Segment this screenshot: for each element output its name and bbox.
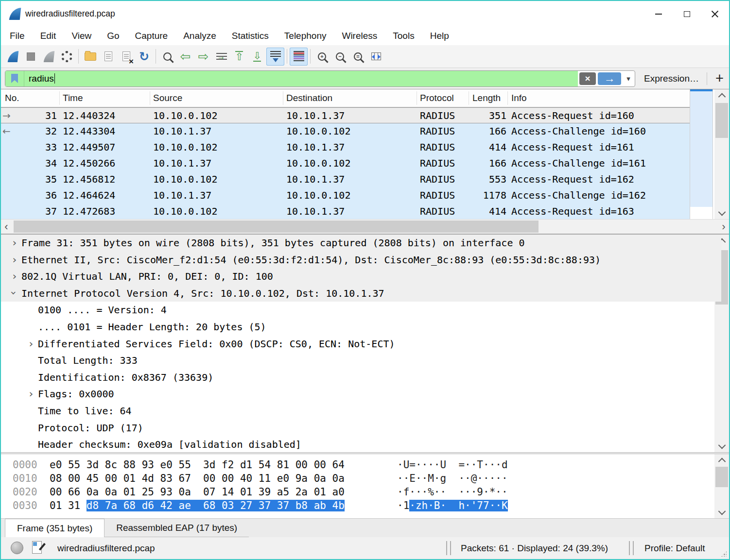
open-file-button[interactable]	[81, 48, 99, 66]
display-filter-input[interactable]: radius	[24, 71, 578, 86]
resize-grip[interactable]	[721, 551, 727, 557]
packet-row[interactable]: 3512.45681210.10.0.10210.10.1.37RADIUS55…	[1, 171, 690, 187]
menu-capture[interactable]: Capture	[127, 27, 176, 45]
scrollbar-thumb[interactable]	[715, 103, 728, 138]
packet-list-vscrollbar[interactable]	[714, 89, 729, 219]
detail-line[interactable]: ›Differentiated Services Field: 0x00 (DS…	[1, 336, 729, 353]
detail-line[interactable]: ›Internet Protocol Version 4, Src: 10.10…	[1, 285, 721, 302]
intelligent-scrollbar-minimap[interactable]	[690, 89, 713, 219]
packet-row[interactable]: 3412.45026610.10.1.3710.10.0.102RADIUS16…	[1, 155, 690, 171]
packet-row[interactable]: ←3212.44330410.10.1.3710.10.0.102RADIUS1…	[1, 123, 690, 139]
capture-comments-icon[interactable]	[32, 541, 42, 554]
menu-view[interactable]: View	[64, 27, 99, 45]
column-header-destination[interactable]: Destination	[286, 89, 332, 107]
detail-line[interactable]: .... 0101 = Header Length: 20 bytes (5)	[1, 319, 729, 336]
find-packet-button[interactable]	[158, 48, 176, 66]
menu-tools[interactable]: Tools	[385, 27, 422, 45]
menu-file[interactable]: File	[2, 27, 33, 45]
column-separator[interactable]	[150, 91, 150, 105]
status-profile[interactable]: Profile: Default	[644, 537, 705, 559]
detail-line[interactable]: Time to live: 64	[1, 403, 729, 420]
zoom-in-button[interactable]: +	[313, 48, 331, 66]
expander-closed-icon[interactable]: ›	[8, 268, 21, 285]
column-separator[interactable]	[417, 91, 417, 105]
colorize-button[interactable]	[290, 48, 308, 66]
go-last-button[interactable]: ⇩	[248, 48, 266, 66]
expander-closed-icon[interactable]: ›	[8, 252, 21, 269]
column-separator[interactable]	[283, 91, 283, 105]
reload-file-button[interactable]: ↻	[135, 48, 153, 66]
column-header-info[interactable]: Info	[511, 89, 527, 107]
expander-closed-icon[interactable]: ›	[24, 336, 38, 353]
scroll-down-button[interactable]	[714, 507, 729, 518]
scroll-left-button[interactable]: ‹	[1, 220, 12, 234]
detail-line[interactable]: ›802.1Q Virtual LAN, PRI: 0, DEI: 0, ID:…	[1, 268, 721, 285]
cell-time: 12.450266	[63, 155, 115, 171]
column-header-source[interactable]: Source	[153, 89, 182, 107]
scroll-up-button[interactable]	[714, 89, 729, 101]
scrollbar-thumb[interactable]	[715, 467, 728, 487]
menu-go[interactable]: Go	[99, 27, 127, 45]
menu-wireless[interactable]: Wireless	[334, 27, 385, 45]
column-header-protocol[interactable]: Protocol	[420, 89, 454, 107]
column-separator[interactable]	[469, 91, 469, 105]
expander-open-icon[interactable]: ›	[5, 286, 22, 300]
column-separator[interactable]	[507, 91, 508, 105]
scrollbar-thumb[interactable]	[14, 221, 539, 233]
start-capture-button[interactable]	[4, 48, 22, 66]
zoom-out-button[interactable]: −	[331, 48, 349, 66]
tab-frame[interactable]: Frame (351 bytes)	[5, 519, 104, 537]
column-header-no[interactable]: No.	[5, 89, 19, 107]
resize-columns-button[interactable]	[367, 48, 385, 66]
restart-capture-button[interactable]	[40, 48, 58, 66]
maximize-button[interactable]	[673, 1, 701, 27]
scroll-up-button[interactable]	[714, 454, 729, 466]
menu-analyze[interactable]: Analyze	[175, 27, 224, 45]
expander-closed-icon[interactable]: ›	[8, 235, 21, 252]
clear-filter-button[interactable]: ×	[579, 72, 596, 85]
minimize-button[interactable]	[644, 1, 673, 27]
scroll-right-button[interactable]: ›	[718, 220, 729, 234]
detail-line[interactable]: ›Ethernet II, Src: CiscoMer_f2:d1:54 (e0…	[1, 252, 721, 269]
go-back-button[interactable]: ⇦	[176, 48, 194, 66]
detail-line[interactable]: Protocol: UDP (17)	[1, 420, 729, 437]
detail-line[interactable]: 0100 .... = Version: 4	[1, 302, 729, 319]
expression-button[interactable]: Expression…	[644, 73, 699, 84]
detail-line[interactable]: Total Length: 333	[1, 352, 729, 369]
bytes-vscrollbar[interactable]	[714, 454, 729, 518]
packet-row[interactable]: 3312.44950710.10.0.10210.10.1.37RADIUS41…	[1, 139, 690, 155]
add-filter-button[interactable]: +	[714, 70, 725, 86]
go-forward-button[interactable]: ⇨	[194, 48, 212, 66]
go-first-button[interactable]: ⇧	[230, 48, 248, 66]
packet-row[interactable]: →3112.44032410.10.0.10210.10.1.37RADIUS3…	[1, 107, 690, 123]
menu-help[interactable]: Help	[422, 27, 457, 45]
detail-line[interactable]: ›Flags: 0x0000	[1, 386, 729, 403]
filter-history-dropdown[interactable]: ▾	[622, 71, 635, 86]
save-file-button[interactable]	[99, 48, 117, 66]
zoom-reset-button[interactable]: =	[349, 48, 367, 66]
filter-bookmark-button[interactable]	[5, 71, 24, 86]
column-separator[interactable]	[59, 91, 60, 105]
detail-line[interactable]: Identification: 0x8367 (33639)	[1, 369, 729, 386]
column-header-time[interactable]: Time	[63, 89, 83, 107]
packet-row[interactable]: 3612.46462410.10.1.3710.10.0.102RADIUS11…	[1, 187, 690, 204]
packet-list-hscrollbar[interactable]: ‹ ›	[1, 219, 729, 234]
auto-scroll-button[interactable]	[266, 48, 284, 66]
go-to-packet-button[interactable]: →	[212, 48, 230, 66]
close-file-button[interactable]: ×	[117, 48, 135, 66]
close-button[interactable]	[701, 1, 729, 27]
menu-statistics[interactable]: Statistics	[224, 27, 277, 45]
capture-options-button[interactable]	[58, 48, 76, 66]
tab-reassembled-eap[interactable]: Reassembled EAP (17 bytes)	[104, 519, 249, 537]
menu-edit[interactable]: Edit	[33, 27, 64, 45]
expert-info-icon[interactable]	[11, 542, 23, 554]
apply-filter-button[interactable]: →	[598, 72, 621, 85]
detail-line[interactable]: Header checksum: 0xe09a [validation disa…	[1, 436, 729, 452]
stop-capture-button[interactable]	[22, 48, 40, 66]
scroll-down-button[interactable]	[714, 207, 729, 219]
detail-line[interactable]: ›Frame 31: 351 bytes on wire (2808 bits)…	[1, 235, 721, 252]
menu-telephony[interactable]: Telephony	[277, 27, 334, 45]
packet-row[interactable]: 3712.47268310.10.0.10210.10.1.37RADIUS41…	[1, 204, 690, 219]
expander-closed-icon[interactable]: ›	[24, 386, 38, 403]
column-header-length[interactable]: Length	[472, 89, 501, 107]
